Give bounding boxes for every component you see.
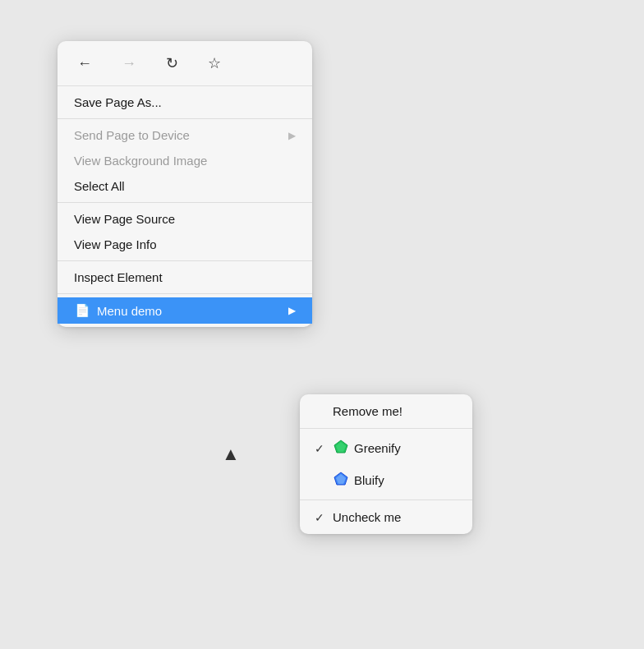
greenify-label: Greenify [354, 441, 401, 455]
refresh-button[interactable]: ↻ [163, 51, 182, 76]
menu-section-5: 📄 Menu demo ▶ [58, 294, 312, 327]
send-page-arrow-icon: ▶ [288, 130, 296, 141]
back-icon: ← [77, 55, 92, 72]
bluify-label: Bluify [354, 473, 384, 487]
uncheck-me-item[interactable]: ✓ Uncheck me [300, 504, 472, 531]
bluify-item[interactable]: ✓ Bluify [300, 464, 472, 496]
submenu-section-3: ✓ Uncheck me [300, 500, 472, 534]
select-all-label: Select All [74, 179, 125, 193]
remove-me-item[interactable]: ✓ Remove me! [300, 398, 472, 425]
select-all-item[interactable]: Select All [58, 173, 312, 199]
bookmark-button[interactable]: ☆ [205, 51, 224, 76]
view-page-info-item[interactable]: View Page Info [58, 232, 312, 257]
view-page-source-item[interactable]: View Page Source [58, 206, 312, 232]
bluify-icon [333, 471, 349, 490]
save-page-as-item[interactable]: Save Page As... [58, 90, 312, 115]
send-page-to-device-item[interactable]: Send Page to Device ▶ [58, 122, 312, 148]
menu-demo-item[interactable]: 📄 Menu demo ▶ [58, 297, 312, 324]
context-menu: ← → ↻ ☆ Save Page As... Sen [58, 41, 312, 327]
greenify-item[interactable]: ✓ Greenify [300, 432, 472, 464]
menu-section-4: Inspect Element [58, 261, 312, 294]
uncheck-me-check: ✓ [315, 511, 328, 524]
send-page-to-device-label: Send Page to Device [74, 128, 190, 142]
uncheck-me-label: Uncheck me [333, 510, 401, 524]
view-page-info-label: View Page Info [74, 237, 157, 251]
save-page-as-label: Save Page As... [74, 95, 162, 109]
view-background-image-item[interactable]: View Background Image [58, 148, 312, 173]
submenu-section-2: ✓ Greenify ✓ [300, 429, 472, 500]
submenu-container: ✓ Remove me! ✓ Greenify [300, 394, 472, 534]
remove-me-check: ✓ [315, 405, 328, 418]
back-button[interactable]: ← [74, 52, 95, 76]
view-background-image-label: View Background Image [74, 154, 207, 168]
menu-section-1: Save Page As... [58, 86, 312, 119]
menu-demo-label: Menu demo [97, 304, 162, 318]
menu-demo-arrow-icon: ▶ [288, 305, 296, 316]
greenify-check: ✓ [315, 442, 328, 455]
menu-section-3: View Page Source View Page Info [58, 203, 312, 261]
menu-section-2: Send Page to Device ▶ View Background Im… [58, 119, 312, 203]
bluify-check: ✓ [315, 474, 328, 487]
forward-button[interactable]: → [118, 52, 140, 76]
greenify-icon [333, 439, 349, 458]
inspect-element-item[interactable]: Inspect Element [58, 265, 312, 290]
submenu-section-1: ✓ Remove me! [300, 394, 472, 429]
menu-demo-icon: 📄 [74, 303, 90, 318]
submenu: ✓ Remove me! ✓ Greenify [300, 394, 472, 534]
bookmark-icon: ☆ [208, 54, 221, 72]
cursor: ▲ [222, 444, 240, 465]
nav-bar: ← → ↻ ☆ [58, 41, 312, 86]
refresh-icon: ↻ [166, 54, 178, 72]
remove-me-label: Remove me! [333, 404, 402, 418]
forward-icon: → [122, 55, 136, 72]
inspect-element-label: Inspect Element [74, 270, 163, 284]
view-page-source-label: View Page Source [74, 212, 175, 226]
